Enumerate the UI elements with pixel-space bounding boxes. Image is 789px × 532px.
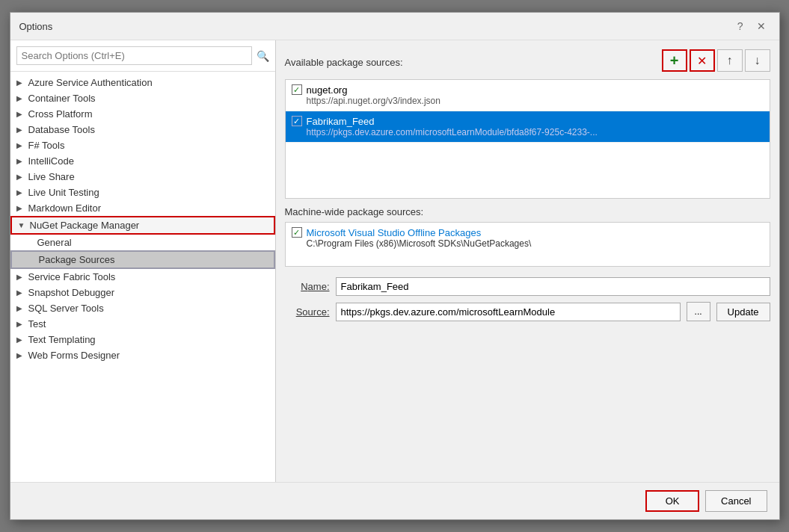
dialog-title: Options [19,21,53,32]
name-row: Name: [285,277,770,296]
name-label-rest: ame: [308,281,330,292]
name-label: Name: [285,281,330,292]
sidebar-item-label: IntelliCode [28,155,74,167]
title-bar-right: ? ✕ [733,19,770,34]
sidebar-item-nuget-general[interactable]: General [10,235,275,250]
available-sources-section: Available package sources: + ✕ ↑ ↓ ✓ nug… [285,49,770,199]
sidebar-item-intellicode[interactable]: ▶ IntelliCode [10,153,275,169]
sidebar-item-label: Web Forms Designer [28,350,120,361]
title-bar-left: Options [19,21,53,32]
machine-sources-label: Machine-wide package sources: [285,206,770,217]
sidebar-item-label: Snapshot Debugger [28,287,115,298]
arrow-icon: ▶ [16,78,25,87]
add-source-button[interactable]: + [662,49,687,72]
arrow-icon: ▼ [18,221,27,229]
package-url-nuget: https://api.nuget.org/v3/index.json [307,96,440,106]
machine-package-url: C:\Program Files (x86)\Microsoft SDKs\Nu… [307,238,532,249]
sidebar-item-label: Markdown Editor [28,202,102,214]
sidebar-item-fsharp-tools[interactable]: ▶ F# Tools [10,137,275,153]
arrow-icon: ▶ [16,351,25,359]
move-up-button[interactable]: ↑ [717,49,743,72]
name-underline-char: N [301,281,307,292]
arrow-icon: ▶ [16,173,25,181]
machine-package-name: Microsoft Visual Studio Offline Packages [307,227,532,238]
sidebar-item-label: Azure Service Authentication [28,77,153,88]
package-name-nuget: nuget.org [307,84,440,96]
available-sources-label: Available package sources: [285,57,403,68]
browse-button[interactable]: ... [687,302,710,321]
sidebar-item-label: F# Tools [28,140,65,151]
sidebar-item-snapshot-debugger[interactable]: ▶ Snapshot Debugger [10,285,275,300]
arrow-icon: ▶ [16,141,25,149]
dialog-footer: OK Cancel [10,482,779,519]
options-dialog: Options ? ✕ 🔍 ▶ Azure Service Authentica… [10,12,780,520]
cancel-button[interactable]: Cancel [705,490,767,512]
arrow-icon: ▶ [16,204,25,212]
sidebar-item-test[interactable]: ▶ Test [10,316,275,332]
arrow-icon: ▶ [16,126,25,134]
sidebar-item-nuget-package-manager[interactable]: ▼ NuGet Package Manager [10,216,275,235]
package-checkbox-fabrikam[interactable]: ✓ [292,116,302,126]
sidebar-item-azure-service-auth[interactable]: ▶ Azure Service Authentication [10,75,275,90]
sidebar-item-label: Live Unit Testing [28,187,99,198]
sidebar-item-label: Live Share [28,171,75,182]
arrow-icon: ▶ [16,288,25,297]
sidebar-item-label: Package Sources [39,254,115,265]
dialog-body: 🔍 ▶ Azure Service Authentication ▶ Conta… [10,40,779,482]
sidebar-item-text-templating[interactable]: ▶ Text Templating [10,332,275,347]
sidebar-item-label: Container Tools [28,93,96,104]
sidebar-item-label: Cross Platform [28,108,93,120]
sidebar-item-live-share[interactable]: ▶ Live Share [10,169,275,185]
arrow-icon: ▶ [16,304,25,312]
update-button[interactable]: Update [716,303,770,321]
sidebar-item-web-forms-designer[interactable]: ▶ Web Forms Designer [10,347,275,363]
arrow-icon: ▶ [16,94,25,102]
name-source-section: Name: Source: ... Update [285,277,770,321]
tree-container: ▶ Azure Service Authentication ▶ Contain… [10,72,275,482]
source-row: Source: ... Update [285,302,770,321]
arrow-icon: ▶ [16,188,25,197]
remove-source-button[interactable]: ✕ [690,49,715,72]
package-name-fabrikam: Fabrikam_Feed [307,116,598,127]
arrow-icon: ▶ [16,157,25,165]
package-url-fabrikam: https://pkgs.dev.azure.com/microsoftLear… [307,127,598,137]
move-down-button[interactable]: ↓ [745,49,770,72]
package-info-fabrikam: Fabrikam_Feed https://pkgs.dev.azure.com… [307,116,598,137]
title-bar: Options ? ✕ [10,13,779,40]
search-icon: 🔍 [257,50,269,62]
sidebar-item-container-tools[interactable]: ▶ Container Tools [10,90,275,106]
arrow-icon: ▶ [16,335,25,344]
arrow-icon: ▶ [16,110,25,118]
sidebar-item-label: NuGet Package Manager [30,220,140,231]
sidebar-item-markdown-editor[interactable]: ▶ Markdown Editor [10,200,275,216]
source-input[interactable] [336,303,681,321]
search-box: 🔍 [10,40,275,72]
sidebar-item-package-sources[interactable]: Package Sources [10,250,275,269]
ok-button[interactable]: OK [645,490,699,512]
sidebar-item-label: Text Templating [28,334,96,345]
source-label-rest: ource: [302,306,329,318]
help-button[interactable]: ? [733,19,748,34]
machine-pkg-checkbox[interactable]: ✓ [292,227,302,238]
left-panel: 🔍 ▶ Azure Service Authentication ▶ Conta… [10,40,276,482]
sidebar-item-service-fabric-tools[interactable]: ▶ Service Fabric Tools [10,269,275,285]
package-checkbox-nuget[interactable]: ✓ [292,84,302,95]
machine-package-info: Microsoft Visual Studio Offline Packages… [307,227,532,249]
arrow-icon: ▶ [16,273,25,281]
close-button[interactable]: ✕ [752,19,770,34]
machine-package-list: ✓ Microsoft Visual Studio Offline Packag… [285,222,770,267]
source-label: Source: [285,306,330,318]
arrow-icon: ▶ [16,320,25,328]
package-item-fabrikam[interactable]: ✓ Fabrikam_Feed https://pkgs.dev.azure.c… [286,111,770,143]
sidebar-item-database-tools[interactable]: ▶ Database Tools [10,122,275,137]
search-input[interactable] [16,46,252,65]
right-panel: Available package sources: + ✕ ↑ ↓ ✓ nug… [276,40,779,482]
package-item-nuget[interactable]: ✓ nuget.org https://api.nuget.org/v3/ind… [286,80,770,111]
sidebar-item-label: General [37,237,72,248]
sidebar-item-label: SQL Server Tools [28,303,104,314]
sidebar-item-label: Test [28,318,46,330]
sidebar-item-live-unit-testing[interactable]: ▶ Live Unit Testing [10,185,275,200]
sidebar-item-cross-platform[interactable]: ▶ Cross Platform [10,106,275,122]
name-input[interactable] [336,277,770,296]
sidebar-item-sql-server-tools[interactable]: ▶ SQL Server Tools [10,300,275,316]
